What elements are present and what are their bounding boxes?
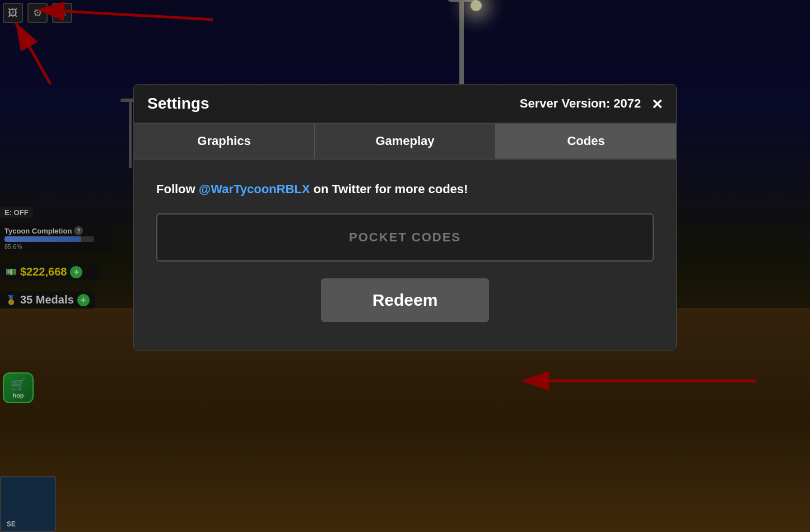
- tab-codes[interactable]: Codes: [496, 124, 676, 158]
- settings-modal: Settings Server Version: 2072 × Graphics…: [133, 84, 677, 351]
- follow-prefix: Follow: [156, 182, 199, 196]
- modal-tabs: Graphics Gameplay Codes: [134, 124, 676, 160]
- tab-graphics[interactable]: Graphics: [134, 124, 315, 158]
- code-input[interactable]: [157, 214, 653, 260]
- code-input-wrapper[interactable]: [156, 213, 654, 262]
- follow-suffix: on Twitter for more codes!: [310, 182, 468, 196]
- redeem-button[interactable]: Redeem: [321, 278, 489, 322]
- modal-header: Settings Server Version: 2072 ×: [134, 85, 676, 124]
- modal-close-button[interactable]: ×: [652, 95, 663, 113]
- modal-header-right: Server Version: 2072 ×: [520, 95, 663, 113]
- follow-text: Follow @WarTycoonRBLX on Twitter for mor…: [156, 182, 654, 197]
- redeem-btn-wrapper: Redeem: [156, 278, 654, 322]
- twitter-handle[interactable]: @WarTycoonRBLX: [199, 182, 310, 196]
- modal-overlay: Settings Server Version: 2072 × Graphics…: [0, 0, 810, 532]
- tab-gameplay[interactable]: Gameplay: [315, 124, 496, 158]
- modal-body: Follow @WarTycoonRBLX on Twitter for mor…: [134, 160, 676, 350]
- modal-title: Settings: [147, 95, 209, 113]
- server-version: Server Version: 2072: [520, 96, 641, 111]
